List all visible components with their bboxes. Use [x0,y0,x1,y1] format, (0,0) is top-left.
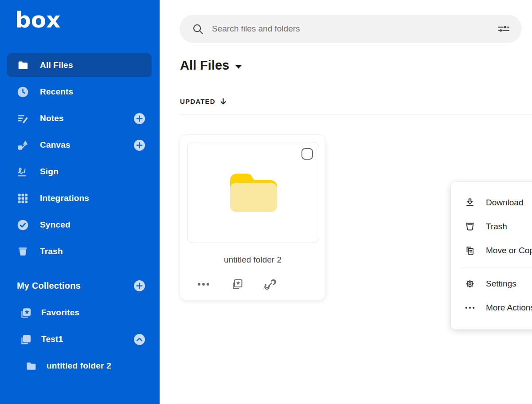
sidebar: box All Files Recents Notes [0,0,160,404]
item-select-checkbox[interactable] [301,148,313,160]
signature-icon [17,166,29,178]
folder-name: untitled folder 2 [180,255,325,265]
sidebar-item-favorites[interactable]: Favorites [7,301,152,325]
add-canvas-button[interactable] [133,139,145,151]
sidebar-item-label: Trash [40,247,63,256]
gear-icon [465,278,475,289]
sidebar-item-label: Canvas [40,140,70,150]
context-menu: Download Trash Move or Copy Settings [451,182,532,329]
search-icon [192,23,204,35]
trash-icon [17,246,29,258]
sidebar-item-label: Synced [40,220,70,230]
sort-desc-arrow-icon [219,97,227,106]
sidebar-item-label: Favorites [41,308,79,318]
sidebar-item-label: All Files [40,60,73,70]
menu-item-trash[interactable]: Trash [451,215,532,239]
box-logo[interactable]: box [15,7,60,33]
add-note-button[interactable] [133,113,145,125]
trash-icon [465,221,475,232]
sidebar-item-notes[interactable]: Notes [7,106,152,130]
canvas-icon [17,139,29,151]
notes-icon [17,113,29,125]
sidebar-item-trash[interactable]: Trash [7,239,152,263]
folder-icon [25,360,37,372]
my-collections-label: My Collections [17,281,81,291]
sort-label: UPDATED [180,98,215,105]
copy-icon [465,245,475,256]
menu-item-label: Trash [486,222,507,231]
sidebar-item-label: untitled folder 2 [47,361,111,371]
check-circle-icon [17,219,29,231]
clock-icon [17,86,29,98]
sidebar-nav: All Files Recents Notes Canvas [7,53,152,380]
list-divider [180,114,532,114]
card-favorite-button[interactable] [230,278,243,291]
menu-item-move-or-copy[interactable]: Move or Copy [451,239,532,263]
menu-item-label: Move or Copy [486,246,532,255]
menu-divider [461,267,532,267]
collapse-chevron-up-icon[interactable] [133,333,145,345]
my-collections-header: My Collections [7,276,152,295]
menu-item-settings[interactable]: Settings [451,272,532,296]
sidebar-item-canvas[interactable]: Canvas [7,133,152,157]
grid-icon [17,192,29,204]
sidebar-item-all-files[interactable]: All Files [7,53,152,77]
page-title-dropdown[interactable]: All Files [180,58,242,73]
search-filters-icon[interactable] [497,24,510,34]
card-shared-link-button[interactable] [263,278,277,291]
ellipsis-icon [465,302,475,313]
sort-updated-button[interactable]: UPDATED [180,97,227,106]
sidebar-item-integrations[interactable]: Integrations [7,186,152,210]
menu-item-label: More Actions [486,303,532,313]
folder-card-preview[interactable] [187,142,319,243]
sidebar-item-label: Recents [40,87,73,97]
menu-item-label: Settings [486,279,516,289]
sidebar-item-recents[interactable]: Recents [7,80,152,104]
search-bar [180,15,522,43]
folder-thumbnail-icon [227,171,281,217]
sidebar-item-label: Sign [40,167,59,177]
menu-item-more-actions[interactable]: More Actions [451,296,532,320]
folder-icon [17,59,29,71]
favorites-card-icon [20,307,32,319]
sidebar-item-label: Test1 [41,334,63,344]
search-input[interactable] [212,24,497,34]
main-content: All Files UPDATED untitled folder 2 [160,0,532,404]
sidebar-item-synced[interactable]: Synced [7,213,152,237]
menu-item-download[interactable]: Download [451,191,532,215]
sidebar-item-untitled-folder-2[interactable]: untitled folder 2 [7,354,152,378]
menu-item-label: Download [486,198,524,208]
folder-card[interactable]: untitled folder 2 [180,134,326,301]
sidebar-item-test1[interactable]: Test1 [7,327,152,351]
download-icon [465,197,475,208]
sidebar-item-sign[interactable]: Sign [7,160,152,184]
card-more-options-button[interactable] [197,278,210,291]
sidebar-item-label: Integrations [40,193,89,203]
sidebar-item-label: Notes [40,114,64,123]
add-collection-button[interactable] [133,280,145,292]
page-title: All Files [180,58,229,73]
title-caret-icon [235,65,242,69]
collection-icon [20,333,32,345]
